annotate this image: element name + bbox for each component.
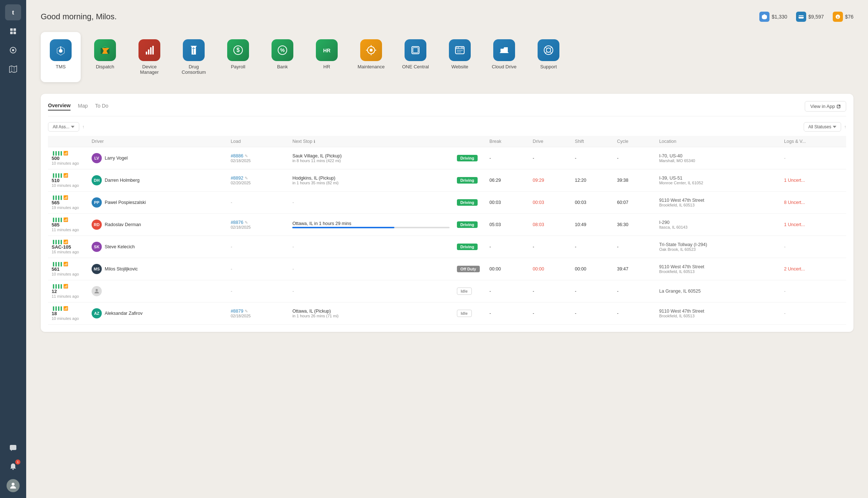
status-badge: Driving [457, 199, 478, 206]
all-assignments-filter[interactable]: All Ass... [48, 122, 79, 132]
driver-avatar: MS [92, 264, 102, 274]
all-statuses-filter[interactable]: All Statuses [804, 122, 841, 132]
next-stop-empty: - [292, 289, 294, 294]
status-badge: Driving [457, 244, 478, 250]
break-value: - [490, 289, 491, 294]
app-device-manager[interactable]: Device Manager [129, 32, 169, 82]
unit-number: 18 [52, 311, 84, 316]
app-support-label: Support [540, 64, 557, 69]
app-cloud-drive[interactable]: Cloud Drive [484, 32, 524, 82]
svg-rect-22 [148, 49, 149, 55]
sidebar-icon-bell[interactable]: 1 [5, 459, 21, 475]
balance-3-value: $76 [845, 14, 853, 20]
dashboard-tabs: Overview Map To Do View in App [48, 101, 846, 116]
table-row[interactable]: ▐▐▐▐ 📶 SAC-105 16 minutes ago SK Steve K… [48, 236, 846, 258]
app-tms[interactable]: TMS [41, 32, 81, 82]
drive-value: 00:00 [533, 266, 544, 272]
cycle-value: 39:38 [617, 178, 628, 183]
table-row[interactable]: ▐▐▐▐ 📶 12 11 minutes ago --Idle---- La G… [48, 280, 846, 302]
status-sort-icon[interactable]: ↑ [844, 124, 846, 129]
tab-map[interactable]: Map [78, 103, 88, 110]
table-row[interactable]: ▐▐▐▐ 📶 561 10 minutes ago MS Milos Stoji… [48, 258, 846, 280]
balance-2-value: $9,597 [808, 14, 824, 20]
next-stop-eta: in 1 hours 35 mins (82 mi) [292, 181, 449, 185]
cycle-value: - [617, 311, 618, 316]
shift-value: - [575, 289, 576, 294]
sidebar-icon-avatar[interactable] [5, 478, 21, 494]
break-value: - [490, 311, 491, 316]
drive-value: 09:29 [533, 178, 544, 183]
app-tms-icon [50, 39, 72, 61]
balance-1-value: $1,330 [772, 14, 787, 20]
driver-cell: RD Radoslav Derman [92, 220, 224, 230]
app-support[interactable]: Support [529, 32, 568, 82]
time-ago: 10 minutes ago [52, 183, 84, 188]
signal-bars-icon: ▐▐▐▐ [52, 151, 62, 155]
shift-value: - [575, 156, 576, 161]
table-row[interactable]: ▐▐▐▐ 📶 585 11 minutes ago RD Radoslav De… [48, 214, 846, 236]
time-ago: 10 minutes ago [52, 161, 84, 165]
table-row[interactable]: ▐▐▐▐ 📶 510 10 minutes ago DH Darren Holm… [48, 169, 846, 192]
load-date: 02/18/2025 [231, 158, 285, 163]
next-stop-name: Hodgkins, IL (Pickup) [292, 176, 449, 181]
load-empty: - [231, 244, 232, 249]
cycle-value: 36:30 [617, 222, 628, 227]
col-logs: Logs & V... [780, 136, 846, 147]
table-row[interactable]: ▐▐▐▐ 📶 18 10 minutes ago AZ Aleksandar Z… [48, 302, 846, 325]
location-line2: Brookfield, IL 60513 [659, 203, 777, 207]
unit-number: 585 [52, 222, 84, 228]
driver-cell: AZ Aleksandar Zafirov [92, 308, 224, 318]
svg-rect-46 [500, 52, 509, 53]
app-drug-consortium-label: Drug Consortium [177, 64, 210, 75]
app-website[interactable]: Website [440, 32, 480, 82]
app-maintenance[interactable]: Maintenance [351, 32, 391, 82]
app-payroll[interactable]: $ Payroll [218, 32, 258, 82]
sidebar-icon-grid[interactable] [5, 23, 21, 39]
break-value: 00:03 [490, 200, 501, 205]
app-one-central[interactable]: ONE Central [395, 32, 435, 82]
table-row[interactable]: ▐▐▐▐ 📶 565 19 minutes ago PP Pawel Pospi… [48, 192, 846, 214]
wifi-icon: 📶 [63, 240, 68, 244]
svg-text:$: $ [237, 47, 240, 53]
cycle-value: - [617, 289, 618, 294]
sidebar-icon-map[interactable] [5, 61, 21, 77]
progress-fill [292, 227, 394, 228]
tab-todo[interactable]: To Do [95, 103, 109, 110]
driver-name: Aleksandar Zafirov [105, 311, 142, 316]
next-stop-empty: - [292, 244, 294, 249]
app-dispatch-icon [94, 39, 116, 61]
app-one-central-icon [405, 39, 426, 61]
app-dispatch[interactable]: Dispatch [85, 32, 125, 82]
tab-overview[interactable]: Overview [48, 103, 71, 111]
view-in-app-button[interactable]: View in App [805, 101, 846, 112]
col-driver: Driver [88, 136, 227, 147]
svg-line-52 [550, 52, 552, 53]
load-number: #8886 ✎ [231, 153, 285, 158]
signal-bars-icon: ▐▐▐▐ [52, 284, 62, 288]
sidebar-icon-twitter[interactable]: t [5, 4, 21, 20]
sidebar-icon-location[interactable] [5, 42, 21, 58]
load-date: 02/20/2025 [231, 181, 285, 185]
driver-name: Larry Vogel [105, 156, 128, 161]
svg-point-18 [59, 49, 63, 53]
next-stop-empty: - [292, 200, 294, 205]
location-line1: 9110 West 47th Street [659, 309, 777, 314]
drive-value: - [533, 289, 534, 294]
driver-name: Steve Kelecich [105, 244, 135, 249]
app-hr[interactable]: HR HR [307, 32, 347, 82]
time-ago: 19 minutes ago [52, 205, 84, 210]
app-drug-consortium[interactable]: Drug Consortium [174, 32, 214, 82]
drive-value: - [533, 244, 534, 249]
app-bank[interactable]: % Bank [262, 32, 302, 82]
sort-up-icon[interactable]: ↑ [82, 124, 84, 129]
drive-value: - [533, 156, 534, 161]
load-date: 02/18/2025 [231, 314, 285, 318]
signal-bars-icon: ▐▐▐▐ [52, 306, 62, 310]
svg-marker-6 [9, 66, 17, 73]
svg-rect-0 [10, 28, 13, 31]
table-row[interactable]: ▐▐▐▐ 📶 500 10 minutes ago LV Larry Vogel… [48, 147, 846, 169]
load-date: 02/18/2025 [231, 225, 285, 229]
drive-value: - [533, 311, 534, 316]
app-support-icon [538, 39, 559, 61]
sidebar-icon-chat[interactable] [5, 440, 21, 456]
